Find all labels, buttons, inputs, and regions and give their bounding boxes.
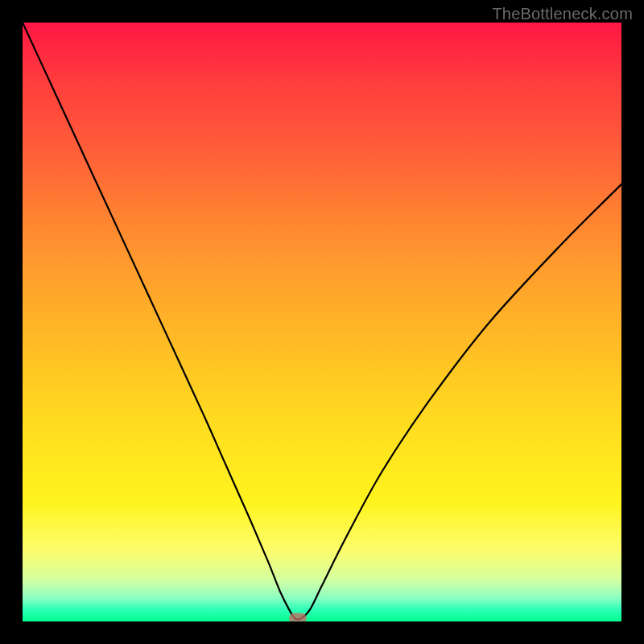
minimum-marker [289, 613, 307, 621]
chart-frame: TheBottleneck.com [0, 0, 644, 644]
watermark-text: TheBottleneck.com [492, 5, 633, 23]
plot-area [23, 23, 621, 621]
bottleneck-curve [23, 23, 621, 621]
